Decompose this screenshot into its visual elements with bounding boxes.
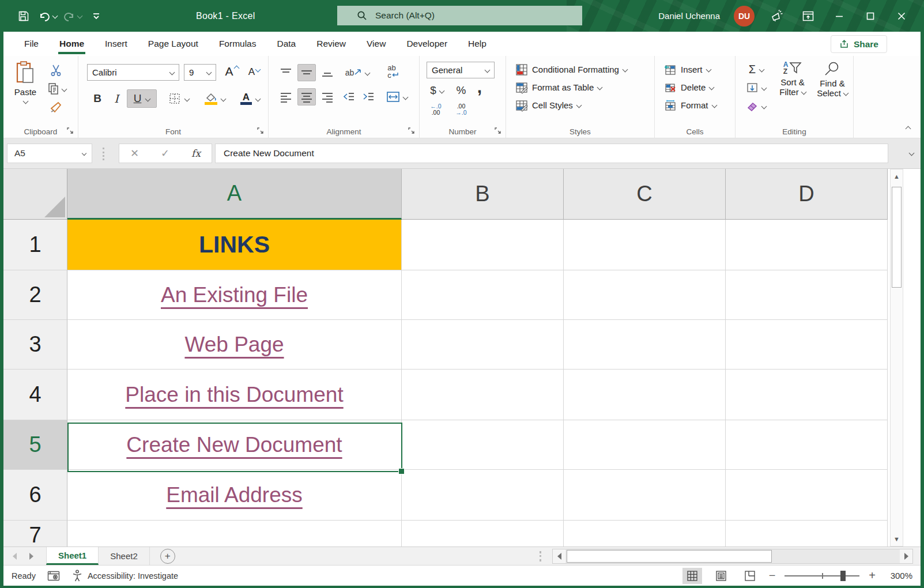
collapse-ribbon-icon[interactable] [906, 126, 911, 132]
coming-soon-megaphone-icon[interactable] [768, 7, 786, 25]
fill-dropdown-icon[interactable] [761, 85, 767, 91]
format-as-table-button[interactable]: Format as Table [515, 78, 654, 96]
name-box-dropdown-icon[interactable] [82, 151, 86, 156]
expand-formula-bar-icon[interactable] [909, 150, 915, 156]
tab-developer[interactable]: Developer [397, 32, 457, 56]
italic-button[interactable]: I [108, 89, 125, 108]
bold-button[interactable]: B [89, 89, 106, 108]
scroll-left-icon[interactable] [553, 549, 565, 563]
tab-help[interactable]: Help [459, 32, 496, 56]
font-color-button[interactable]: A [235, 89, 265, 108]
hyperlink-place-in-document[interactable]: Place in this Document [125, 383, 343, 407]
percent-style-button[interactable]: % [453, 82, 469, 99]
center-button[interactable] [297, 88, 316, 105]
cancel-icon[interactable]: ✕ [130, 147, 139, 160]
font-size-combobox[interactable]: 9 [184, 64, 216, 81]
format-cells-button[interactable]: Format [664, 96, 735, 114]
column-header-a[interactable]: A [67, 169, 402, 220]
column-header-c[interactable]: C [564, 169, 726, 220]
undo-dropdown-icon[interactable] [52, 13, 58, 19]
zoom-in-icon[interactable]: + [869, 569, 876, 582]
bottom-align-button[interactable] [318, 64, 337, 81]
sheet-nav-right-icon[interactable] [29, 553, 33, 560]
save-icon[interactable] [15, 7, 32, 25]
conditional-formatting-button[interactable]: Conditional Formatting [515, 61, 654, 78]
hyperlink-web-page[interactable]: Web Page [184, 333, 284, 357]
cell-c7[interactable] [564, 521, 726, 546]
user-name[interactable]: Daniel Uchenna [658, 11, 720, 21]
cell-a5-selected[interactable]: Create New Document [67, 420, 402, 470]
align-right-button[interactable] [318, 88, 337, 105]
number-dialog-launcher-icon[interactable] [495, 127, 503, 135]
cell-d5[interactable] [726, 420, 888, 470]
search-input[interactable]: Search (Alt+Q) [337, 6, 582, 25]
wrap-text-button[interactable]: ab c [382, 62, 405, 81]
maximize-button[interactable] [862, 7, 879, 25]
font-color-dropdown-icon[interactable] [255, 96, 261, 101]
font-dialog-launcher-icon[interactable] [257, 127, 265, 135]
redo-button[interactable] [63, 10, 82, 22]
sheet-nav-left-icon[interactable] [13, 553, 17, 560]
copy-button[interactable] [45, 81, 69, 96]
tab-formulas[interactable]: Formulas [210, 32, 266, 56]
cell-c6[interactable] [564, 470, 726, 521]
clear-button[interactable] [744, 99, 769, 114]
customize-qat-icon[interactable] [88, 7, 105, 25]
scroll-up-icon[interactable]: ▲ [891, 169, 903, 183]
name-box[interactable]: A5 [7, 144, 92, 163]
cell-d6[interactable] [726, 470, 888, 521]
sheet-tab-sheet1[interactable]: Sheet1 [46, 547, 99, 565]
enter-icon[interactable]: ✓ [161, 147, 169, 160]
decrease-indent-button[interactable] [340, 88, 357, 105]
column-header-b[interactable]: B [402, 169, 564, 220]
horizontal-scrollbar[interactable] [552, 549, 913, 564]
cell-b3[interactable] [402, 320, 564, 370]
page-layout-view-button[interactable] [711, 568, 731, 584]
sort-filter-button[interactable]: AZ Sort & Filter [774, 61, 812, 97]
paste-dropdown-icon[interactable] [22, 99, 28, 104]
orientation-button[interactable]: ab [342, 64, 372, 81]
select-all-corner[interactable] [3, 169, 67, 220]
borders-button[interactable] [164, 89, 194, 108]
cell-styles-button[interactable]: Cell Styles [515, 96, 654, 114]
cell-d1[interactable] [726, 220, 888, 270]
orientation-dropdown-icon[interactable] [365, 70, 371, 76]
zoom-slider[interactable] [785, 570, 859, 582]
tab-file[interactable]: File [15, 32, 48, 56]
row-header-5[interactable]: 5 [3, 420, 67, 470]
delete-cells-button[interactable]: Delete [664, 78, 735, 96]
row-header-4[interactable]: 4 [3, 370, 67, 420]
paste-button[interactable]: Paste [10, 61, 40, 103]
accessibility-status[interactable]: Accessibility: Investigate [71, 570, 178, 582]
macro-record-icon[interactable] [47, 570, 60, 582]
decrease-font-size-button[interactable]: A [244, 64, 264, 80]
cell-b1[interactable] [402, 220, 564, 270]
cell-a7[interactable] [67, 521, 402, 546]
normal-view-button[interactable] [682, 568, 702, 584]
formula-bar-grip[interactable] [103, 148, 104, 160]
cell-d7[interactable] [726, 521, 888, 546]
find-select-button[interactable]: Find & Select [814, 61, 851, 98]
merge-dropdown-icon[interactable] [402, 94, 408, 100]
cell-a4[interactable]: Place in this Document [67, 370, 402, 420]
top-align-button[interactable] [277, 64, 295, 81]
cell-b4[interactable] [402, 370, 564, 420]
copy-dropdown-icon[interactable] [62, 86, 67, 92]
clipboard-dialog-launcher-icon[interactable] [67, 127, 75, 135]
redo-dropdown-icon[interactable] [77, 13, 83, 19]
autosum-dropdown-icon[interactable] [759, 66, 765, 72]
cell-c2[interactable] [564, 270, 726, 320]
hyperlink-email-address[interactable]: Email Address [166, 483, 303, 507]
comma-style-button[interactable]: , [473, 79, 486, 95]
insert-cells-button[interactable]: Insert [664, 61, 735, 78]
scroll-right-icon[interactable] [900, 549, 912, 563]
number-format-combobox[interactable]: General [427, 62, 495, 78]
accounting-format-button[interactable]: $ [425, 82, 448, 99]
scroll-down-icon[interactable]: ▼ [891, 532, 903, 546]
zoom-slider-thumb[interactable] [840, 571, 846, 581]
clear-dropdown-icon[interactable] [761, 103, 767, 109]
cell-d3[interactable] [726, 320, 888, 370]
format-painter-button[interactable] [47, 100, 65, 115]
cell-a2[interactable]: An Existing File [67, 270, 402, 320]
row-header-1[interactable]: 1 [3, 220, 67, 270]
